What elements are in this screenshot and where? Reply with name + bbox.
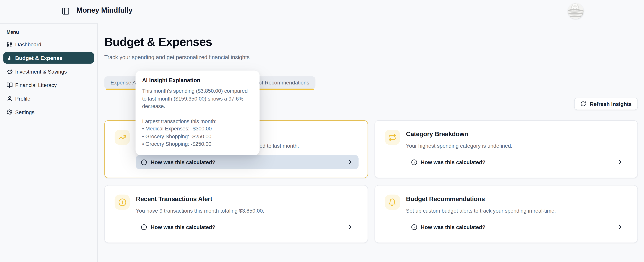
ai-insight-popup: AI Insight Explanation This month's spen… (136, 71, 260, 155)
refresh-icon (580, 101, 586, 107)
ai-insight-transaction-list: Largest transactions this month: • Medic… (142, 118, 253, 148)
sidebar-item-financial-literacy[interactable]: Financial Literacy (3, 79, 94, 91)
icon-chip (114, 130, 130, 145)
bar-chart-icon (6, 55, 13, 61)
sidebar-menu-label: Menu (6, 29, 94, 34)
card-budget-recommendations: Budget Recommendations Set up custom bud… (374, 185, 638, 243)
app-window: Money Mindfully (0, 0, 644, 262)
card-title: Recent Transactions Alert (136, 195, 358, 203)
card-category-breakdown: Category Breakdown Your highest spending… (374, 120, 638, 178)
chevron-right-icon (617, 159, 623, 165)
sidebar-item-dashboard[interactable]: Dashboard (3, 38, 94, 50)
ai-insight-list-item: • Medical Expenses: -$300.00 (142, 125, 253, 133)
chevron-right-icon (347, 224, 354, 230)
ai-insight-list-header: Largest transactions this month: (142, 118, 253, 125)
card-title: Budget Recommendations (406, 195, 628, 203)
sidebar-item-label: Settings (15, 109, 34, 115)
piggy-bank-icon (6, 68, 13, 74)
dashboard-grid-icon (6, 41, 13, 47)
card-recent-transactions-alert: Recent Transactions Alert You have 9 tra… (104, 185, 368, 243)
gear-icon (6, 109, 13, 115)
info-icon (411, 224, 417, 230)
sidebar-item-label: Dashboard (15, 41, 41, 47)
how-calculated-row[interactable]: How was this calculated? (406, 220, 628, 234)
refresh-insights-label: Refresh Insights (590, 101, 632, 107)
how-calculated-row[interactable]: How was this calculated? (136, 220, 358, 234)
alert-circle-icon (118, 198, 126, 206)
sidebar-item-label: Financial Literacy (15, 82, 57, 88)
icon-chip (385, 195, 400, 210)
ai-insight-list-item: • Grocery Shopping: -$250.00 (142, 140, 253, 148)
info-icon (141, 224, 147, 230)
trending-up-icon (118, 133, 126, 141)
sidebar-toggle-button[interactable] (62, 7, 70, 15)
card-title: Category Breakdown (406, 130, 628, 138)
refresh-insights-button[interactable]: Refresh Insights (574, 98, 638, 110)
icon-chip (114, 195, 130, 210)
chevron-right-icon (617, 224, 623, 230)
user-avatar[interactable] (568, 3, 584, 19)
user-icon (6, 95, 13, 101)
card-body-text: Your highest spending category is undefi… (406, 143, 628, 149)
sidebar-item-label: Budget & Expense (15, 55, 62, 61)
ai-insight-popup-title: AI Insight Explanation (142, 77, 253, 84)
avatar-image (568, 3, 584, 19)
sidebar-item-label: Profile (15, 95, 30, 101)
sidebar-item-profile[interactable]: Profile (3, 93, 94, 104)
panel-left-icon (62, 7, 70, 15)
sidebar-item-investment-savings[interactable]: Investment & Savings (3, 66, 94, 77)
info-icon (141, 159, 147, 165)
sidebar: Menu Dashboard Budget & Expense (0, 23, 98, 262)
how-calculated-label: How was this calculated? (151, 224, 215, 230)
app-title: Money Mindfully (76, 6, 132, 15)
bell-icon (388, 198, 396, 206)
ai-insight-paragraph: This month's spending ($3,850.00) compar… (142, 87, 253, 110)
card-body-text: You have 9 transactions this month total… (136, 207, 358, 214)
chevron-right-icon (347, 159, 354, 165)
page-title: Budget & Expenses (104, 34, 638, 50)
info-icon (411, 159, 417, 165)
book-open-icon (6, 82, 13, 88)
card-body-text: Set up custom budget alerts to track you… (406, 207, 628, 214)
how-calculated-label: How was this calculated? (151, 159, 215, 165)
how-calculated-label: How was this calculated? (421, 159, 485, 165)
how-calculated-label: How was this calculated? (421, 224, 485, 230)
top-header: Money Mindfully (0, 0, 644, 23)
how-calculated-row[interactable]: How was this calculated? (406, 155, 628, 169)
sidebar-item-settings[interactable]: Settings (3, 106, 94, 118)
how-calculated-row[interactable]: How was this calculated? (136, 155, 358, 169)
sidebar-item-budget-expense[interactable]: Budget & Expense (3, 52, 94, 64)
page-subtitle: Track your spending and get personalized… (104, 54, 638, 61)
sidebar-item-label: Investment & Savings (15, 68, 67, 74)
ai-insight-list-item: • Grocery Shopping: -$250.00 (142, 133, 253, 140)
icon-chip (385, 130, 400, 145)
repeat-icon (388, 133, 396, 141)
